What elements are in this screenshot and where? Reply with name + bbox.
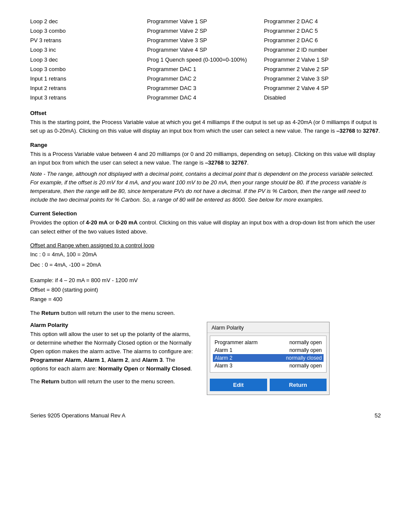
three-col-list: Loop 2 decLoop 3 comboPV 3 retransLoop 3…	[30, 17, 381, 102]
offset-range-end: 32767	[363, 128, 378, 134]
list-item: Programmer 2 DAC 6	[264, 36, 381, 45]
list-item: Loop 2 dec	[30, 17, 147, 26]
current-selection-section: Current Selection Provides the option of…	[30, 210, 381, 236]
range-section: Range This is a Process Variable value b…	[30, 142, 381, 205]
ap-text7: .	[190, 365, 192, 372]
list-item: Programmer Valve 3 SP	[147, 36, 264, 45]
alarm-polarity-box: Alarm Polarity Programmer alarmnormally …	[207, 322, 330, 395]
list-item: Loop 3 combo	[30, 65, 147, 74]
current-selection-text: Provides the option of 4-20 mA or 0-20 m…	[30, 218, 381, 236]
example-block: Example: if 4 – 20 mA = 800 mV - 1200 mV…	[30, 276, 381, 304]
list-item: PV 3 retrans	[30, 36, 147, 45]
list-item: Programmer DAC 3	[147, 84, 264, 93]
cs-bold1: 4-20 mA	[86, 219, 108, 226]
offset-range-mid: to	[355, 128, 363, 134]
ap-bold6: Normally Closed	[146, 365, 191, 372]
alarm-return-button[interactable]: Return	[270, 379, 327, 391]
list-item: Input 2 retrans	[30, 84, 147, 93]
ap-bold4: Alarm 3	[142, 357, 163, 363]
list-item: Programmer 2 ID number	[264, 46, 381, 54]
range-range-mid: to	[224, 159, 231, 166]
footer: Series 9205 Operations Manual Rev A 52	[30, 412, 381, 419]
list-item: Programmer 2 Valve 1 SP	[264, 56, 381, 64]
list-item: Programmer Valve 2 SP	[147, 27, 264, 35]
list-item: Programmer Valve 4 SP	[147, 46, 264, 54]
inc-line: Inc : 0 = 4mA, 100 = 20mA	[30, 250, 381, 259]
example-line: Range = 400	[30, 295, 381, 304]
return-text1: The	[30, 310, 41, 316]
alarm-text-block: Alarm Polarity This option will allow th…	[30, 322, 194, 395]
list-item: Input 1 retrans	[30, 75, 147, 83]
alarm-return-bold: Return	[41, 378, 59, 385]
list-item: Programmer 2 Valve 3 SP	[264, 75, 381, 83]
list-item: Prog 1 Quench speed (0-1000=0-100%)	[147, 56, 264, 64]
offset-section: Offset This is the starting point, the P…	[30, 110, 381, 135]
cs-text2: or	[108, 219, 116, 226]
alarm-box-table: Programmer alarmnormally openAlarm 1norm…	[210, 336, 327, 373]
col2: Programmer Valve 1 SPProgrammer Valve 2 …	[147, 17, 264, 102]
alarm-return-text1: The	[30, 378, 41, 385]
alarm-box-title: Alarm Polarity	[207, 322, 329, 333]
list-item: Programmer DAC 1	[147, 65, 264, 74]
list-item: Programmer 2 DAC 5	[264, 27, 381, 35]
list-item: Programmer DAC 4	[147, 93, 264, 102]
list-item: Input 3 retrans	[30, 93, 147, 102]
example-line: Example: if 4 – 20 mA = 800 mV - 1200 mV	[30, 276, 381, 285]
alarm-polarity-body: This option will allow the user to set u…	[30, 330, 194, 373]
cs-text1: Provides the option of	[30, 219, 86, 226]
alarm-row-label: Programmer alarm	[215, 339, 258, 345]
ap-bold2: Alarm 1	[84, 357, 105, 363]
alarm-row-value: normally open	[290, 339, 322, 345]
return-bold: Return	[41, 310, 59, 316]
alarm-polarity-section: Alarm Polarity This option will allow th…	[30, 322, 381, 395]
list-item: Loop 3 inc	[30, 46, 147, 54]
ap-text4: , and	[128, 357, 142, 363]
alarm-row: Alarm 3normally open	[215, 362, 322, 370]
range-range-start: –32768	[205, 159, 224, 166]
alarm-box-buttons: Edit Return	[207, 375, 329, 395]
range-text-body: This is a Process Variable value between…	[30, 151, 375, 166]
offset-text-body: This is the starting point, the Process …	[30, 119, 377, 134]
ap-text1: This option will allow the user to set u…	[30, 331, 193, 355]
ap-text2: ,	[81, 357, 84, 363]
range-note: Note - The range, although not displayed…	[30, 170, 381, 205]
list-item: Loop 3 combo	[30, 27, 147, 35]
return-line: The Return button will return the user t…	[30, 309, 381, 317]
alarm-row-label: Alarm 1	[215, 347, 232, 353]
alarm-edit-button[interactable]: Edit	[210, 379, 267, 391]
cs-bold2: 0-20 mA	[116, 219, 138, 226]
ap-bold1: Programmer Alarm	[30, 357, 81, 363]
alarm-row: Alarm 2normally closed	[213, 354, 324, 362]
current-selection-heading: Current Selection	[30, 210, 381, 217]
offset-range-start: –32768	[336, 128, 355, 134]
range-period: .	[247, 159, 249, 166]
dec-line: Dec : 0 = 4mA, -100 = 20mA	[30, 261, 381, 270]
example-line: Offset = 800 (starting point)	[30, 285, 381, 295]
list-item: Programmer 2 Valve 2 SP	[264, 65, 381, 74]
ap-bold3: Alarm 2	[107, 357, 128, 363]
list-item: Programmer Valve 1 SP	[147, 17, 264, 26]
alarm-polarity-heading: Alarm Polarity	[30, 322, 194, 328]
alarm-row-label: Alarm 2	[215, 355, 232, 361]
offset-period: .	[378, 128, 380, 134]
alarm-row-label: Alarm 3	[215, 363, 232, 369]
list-item: Loop 3 dec	[30, 56, 147, 64]
offset-range-link: Offset and Range when assigned to a cont…	[30, 242, 381, 249]
list-item: Programmer 2 Valve 4 SP	[264, 84, 381, 93]
list-item: Programmer DAC 2	[147, 75, 264, 83]
ap-text6: or	[138, 365, 146, 372]
list-item: Disabled	[264, 93, 381, 102]
footer-left: Series 9205 Operations Manual Rev A	[30, 412, 125, 419]
offset-text: This is the starting point, the Process …	[30, 118, 381, 135]
range-range-end: 32767	[231, 159, 247, 166]
ap-bold5: Normally Open	[98, 365, 138, 372]
col1: Loop 2 decLoop 3 comboPV 3 retransLoop 3…	[30, 17, 147, 102]
alarm-return-line: The Return button will return the user t…	[30, 377, 194, 386]
alarm-row-value: normally open	[290, 347, 322, 353]
alarm-row: Programmer alarmnormally open	[215, 339, 322, 346]
range-text: This is a Process Variable value between…	[30, 150, 381, 167]
offset-heading: Offset	[30, 110, 381, 116]
list-item: Programmer 2 DAC 4	[264, 17, 381, 26]
alarm-row-value: normally open	[290, 363, 322, 369]
col3: Programmer 2 DAC 4Programmer 2 DAC 5Prog…	[264, 17, 381, 102]
